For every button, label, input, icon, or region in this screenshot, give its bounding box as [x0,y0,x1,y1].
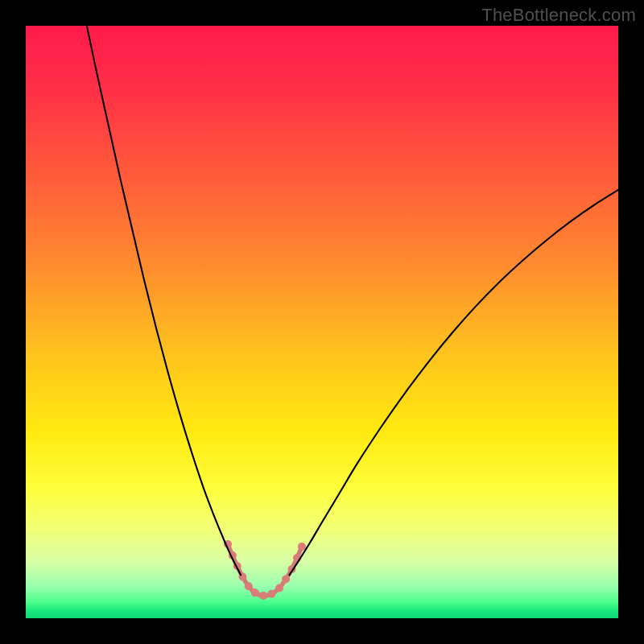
watermark-text: TheBottleneck.com [481,5,636,26]
svg-point-6 [251,588,259,597]
curve-layer [26,26,618,618]
left-curve [87,26,241,575]
svg-point-7 [259,592,267,600]
plot-area [26,26,618,618]
svg-point-9 [275,584,283,592]
svg-point-10 [282,575,290,583]
svg-point-13 [298,543,306,551]
svg-point-5 [245,582,253,590]
chart-frame: TheBottleneck.com [0,0,644,644]
right-curve [290,190,618,575]
svg-point-8 [267,590,275,598]
